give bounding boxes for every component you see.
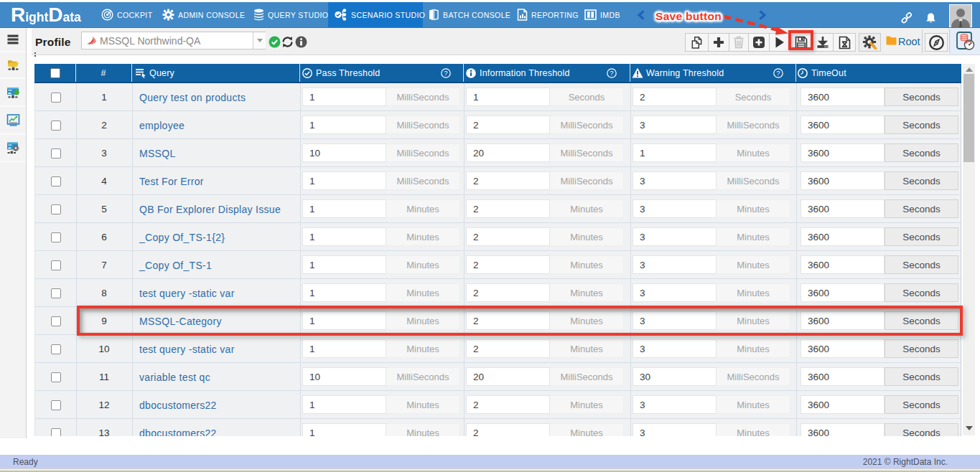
svg-text:?: ? <box>610 69 613 77</box>
svg-text:?: ? <box>444 69 447 77</box>
svg-text:?: ? <box>776 69 780 77</box>
